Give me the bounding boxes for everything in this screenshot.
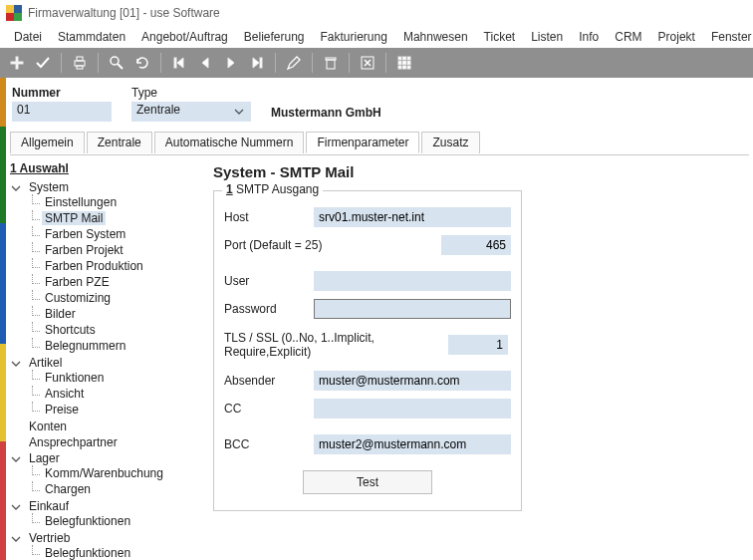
host-label: Host bbox=[224, 210, 314, 224]
zoom-icon[interactable] bbox=[106, 52, 127, 74]
grid-icon[interactable] bbox=[393, 52, 415, 74]
tree-node[interactable]: Preise bbox=[42, 403, 82, 417]
expand-toggle-icon[interactable] bbox=[10, 182, 21, 193]
tree-title: 1 Auswahl bbox=[10, 161, 69, 175]
menu-mahnwesen[interactable]: Mahnwesen bbox=[395, 28, 476, 46]
tls-label: TLS / SSL (0..No, 1..Implicit, Require,E… bbox=[224, 331, 448, 359]
tree-node[interactable]: Ansprechpartner bbox=[26, 435, 121, 449]
expand-toggle-icon[interactable] bbox=[10, 453, 21, 464]
expand-toggle-icon[interactable] bbox=[10, 358, 21, 369]
refresh-icon[interactable] bbox=[131, 52, 153, 74]
menu-datei[interactable]: Datei bbox=[6, 28, 50, 46]
panel-title: System - SMTP Mail bbox=[213, 163, 743, 180]
svg-rect-2 bbox=[75, 61, 85, 66]
menu-fakturierung[interactable]: Fakturierung bbox=[313, 28, 395, 46]
tree-node[interactable]: Vertrieb bbox=[26, 531, 73, 545]
type-label: Type bbox=[131, 86, 251, 100]
svg-rect-16 bbox=[403, 62, 406, 65]
group-title: 1 SMTP Ausgang bbox=[222, 182, 323, 196]
tree-node[interactable]: Belegfunktionen bbox=[42, 546, 133, 560]
close-box-icon[interactable] bbox=[357, 52, 378, 74]
tree-node[interactable]: Farben PZE bbox=[42, 275, 113, 289]
tree-node[interactable]: Ansicht bbox=[42, 387, 87, 401]
svg-rect-19 bbox=[403, 66, 406, 69]
test-button[interactable]: Test bbox=[303, 470, 432, 494]
menu-projekt[interactable]: Projekt bbox=[650, 28, 703, 46]
tab-zusatz[interactable]: Zusatz bbox=[421, 132, 479, 153]
expand-toggle-icon[interactable] bbox=[10, 533, 21, 544]
tls-input[interactable] bbox=[448, 335, 508, 355]
svg-line-6 bbox=[118, 64, 123, 69]
sender-label: Absender bbox=[224, 374, 314, 388]
menu-listen[interactable]: Listen bbox=[523, 28, 571, 46]
tab-automatische-nummern[interactable]: Automatische Nummern bbox=[154, 132, 305, 153]
password-input[interactable] bbox=[314, 299, 511, 319]
trash-icon[interactable] bbox=[320, 52, 342, 74]
port-input[interactable] bbox=[441, 235, 511, 255]
menu-ticket[interactable]: Ticket bbox=[476, 28, 524, 46]
tree-node[interactable]: SMTP Mail bbox=[42, 211, 106, 225]
svg-point-5 bbox=[111, 57, 119, 65]
tree-node[interactable]: Einstellungen bbox=[42, 195, 120, 209]
svg-rect-9 bbox=[327, 60, 335, 69]
user-label: User bbox=[224, 274, 314, 288]
sender-input[interactable] bbox=[314, 371, 511, 391]
menu-stammdaten[interactable]: Stammdaten bbox=[50, 28, 133, 46]
plus-icon[interactable] bbox=[6, 52, 28, 74]
host-input[interactable] bbox=[314, 207, 511, 227]
password-label: Password bbox=[224, 302, 314, 316]
tree-node[interactable]: Customizing bbox=[42, 291, 114, 305]
menu-belieferung[interactable]: Belieferung bbox=[236, 28, 313, 46]
tree-node[interactable]: System bbox=[26, 180, 72, 194]
svg-rect-18 bbox=[398, 66, 401, 69]
chevron-down-icon bbox=[234, 106, 244, 120]
tree-node[interactable]: Belegnummern bbox=[42, 339, 128, 353]
user-input[interactable] bbox=[314, 271, 511, 291]
tree-node[interactable]: Komm/Warenbuchung bbox=[42, 466, 166, 480]
tree-node[interactable]: Farben System bbox=[42, 227, 128, 241]
print-icon[interactable] bbox=[69, 52, 91, 74]
first-icon[interactable] bbox=[168, 52, 190, 74]
tab-allgemein[interactable]: Allgemein bbox=[10, 132, 85, 153]
menu-angebotauftrag[interactable]: Angebot/Auftrag bbox=[133, 28, 236, 46]
check-icon[interactable] bbox=[32, 52, 54, 74]
tab-firmenparameter[interactable]: Firmenparameter bbox=[306, 132, 419, 153]
company-name: Mustermann GmbH bbox=[271, 106, 381, 122]
tree-node[interactable]: Funktionen bbox=[42, 371, 107, 385]
svg-rect-14 bbox=[407, 57, 410, 60]
tree-node[interactable]: Artikel bbox=[26, 356, 65, 370]
tree-node[interactable]: Einkauf bbox=[26, 499, 72, 513]
tree-node[interactable]: Lager bbox=[26, 451, 63, 465]
menu-crm[interactable]: CRM bbox=[607, 28, 649, 46]
svg-rect-12 bbox=[398, 57, 401, 60]
cc-input[interactable] bbox=[314, 399, 511, 419]
tree-node[interactable]: Shortcuts bbox=[42, 323, 99, 337]
tab-zentrale[interactable]: Zentrale bbox=[87, 132, 152, 153]
cc-label: CC bbox=[224, 402, 314, 416]
svg-rect-4 bbox=[77, 66, 83, 69]
tree-node[interactable]: Bilder bbox=[42, 307, 79, 321]
svg-rect-1 bbox=[11, 62, 23, 64]
next-icon[interactable] bbox=[220, 52, 242, 74]
menu-info[interactable]: Info bbox=[571, 28, 607, 46]
tree-node[interactable]: Farben Projekt bbox=[42, 243, 126, 257]
tree-node[interactable]: Belegfunktionen bbox=[42, 514, 133, 528]
svg-rect-15 bbox=[398, 62, 401, 65]
menu-fenster[interactable]: Fenster bbox=[703, 28, 753, 46]
svg-rect-10 bbox=[326, 58, 336, 60]
tree-node[interactable]: Chargen bbox=[42, 482, 94, 496]
window-title: Firmaverwaltung [01] - use Software bbox=[28, 6, 220, 20]
port-label: Port (Default = 25) bbox=[224, 238, 322, 252]
number-input[interactable]: 01 bbox=[12, 102, 112, 122]
tree-node[interactable]: Farben Produktion bbox=[42, 259, 146, 273]
svg-rect-20 bbox=[407, 66, 410, 69]
svg-rect-3 bbox=[77, 57, 83, 61]
last-icon[interactable] bbox=[246, 52, 268, 74]
svg-rect-17 bbox=[407, 62, 410, 65]
edit-icon[interactable] bbox=[283, 52, 305, 74]
tree-node[interactable]: Konten bbox=[26, 420, 70, 433]
prev-icon[interactable] bbox=[194, 52, 216, 74]
expand-toggle-icon[interactable] bbox=[10, 501, 21, 512]
type-dropdown[interactable]: Zentrale bbox=[131, 102, 251, 122]
bcc-input[interactable] bbox=[314, 434, 511, 454]
